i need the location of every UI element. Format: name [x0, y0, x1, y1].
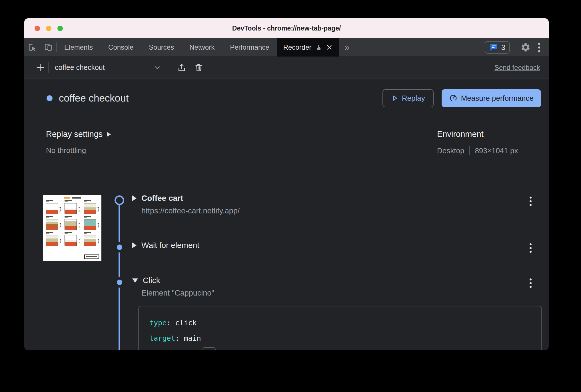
divider — [515, 43, 515, 52]
divider — [169, 62, 169, 73]
thumbnail-cup — [84, 216, 99, 230]
replay-settings-label: Replay settings — [46, 130, 103, 139]
inspect-cursor-icon — [28, 43, 37, 52]
upload-icon — [177, 63, 187, 72]
disclosure-right-icon — [132, 243, 137, 248]
kebab-dot — [538, 43, 540, 45]
thumbnail-cup — [46, 216, 61, 230]
divider — [469, 146, 470, 155]
step-detail-editor[interactable]: type: click target: main selectors: — [138, 306, 542, 350]
kebab-dot — [530, 247, 532, 249]
tab-network[interactable]: Network — [182, 38, 222, 56]
message-bubble-icon — [489, 43, 498, 52]
toggle-device-toolbar-button[interactable] — [40, 38, 56, 56]
thumbnail-total-button — [84, 254, 99, 259]
measure-performance-button[interactable]: Measure performance — [442, 89, 541, 107]
issues-messages-button[interactable]: 3 — [485, 41, 510, 54]
step-title: Click — [143, 276, 160, 285]
step-url: https://coffee-cart.netlify.app/ — [141, 207, 240, 215]
tab-sources[interactable]: Sources — [141, 38, 182, 56]
thumbnail-cup — [46, 232, 61, 246]
replay-button[interactable]: Replay — [382, 89, 434, 107]
step-title: Coffee cart — [141, 194, 183, 203]
tab-elements[interactable]: Elements — [57, 38, 101, 56]
code-value: click — [175, 319, 197, 327]
tab-recorder-active[interactable]: Recorder — [277, 38, 339, 56]
tab-performance[interactable]: Performance — [222, 38, 277, 56]
measure-performance-label: Measure performance — [461, 94, 534, 103]
recording-thumbnail — [43, 195, 101, 261]
step-element: Element "Cappucino" — [141, 289, 214, 298]
step-header[interactable]: Click — [132, 276, 214, 285]
timeline-step-dot[interactable] — [117, 245, 122, 250]
settings-section: Replay settings No throttling Environmen… — [24, 118, 549, 176]
environment-label: Environment — [437, 130, 518, 139]
export-recording-button[interactable] — [173, 63, 190, 72]
kebab-dot — [530, 286, 532, 288]
step-navigate: Coffee cart https://coffee-cart.netlify.… — [132, 194, 240, 215]
recording-select-value: coffee checkout — [55, 63, 105, 72]
thumbnail-cart-link — [72, 197, 81, 199]
inspect-element-button[interactable] — [24, 38, 40, 56]
step-menu-button[interactable] — [527, 276, 534, 290]
step-header[interactable]: Coffee cart — [132, 194, 240, 203]
step-header[interactable]: Wait for element — [132, 241, 199, 250]
send-feedback-link[interactable]: Send feedback — [494, 64, 540, 72]
disclosure-down-icon — [132, 278, 138, 283]
environment-viewport: 893×1041 px — [475, 146, 518, 155]
thumbnail-cup — [65, 232, 79, 246]
throttling-value: No throttling — [46, 146, 111, 155]
thumbnail-cup — [84, 200, 99, 214]
inspect-cursor-icon — [205, 350, 213, 350]
kebab-dot — [538, 50, 540, 52]
timeline-step-dot[interactable] — [117, 280, 122, 285]
more-tabs-button[interactable]: » — [339, 38, 355, 56]
kebab-dot — [530, 251, 532, 253]
code-row-type: type: click — [149, 315, 541, 330]
settings-button[interactable] — [520, 42, 531, 52]
title-bar: DevTools - chrome://new-tab-page/ — [24, 18, 549, 38]
divider — [48, 62, 49, 73]
code-key: selectors — [149, 349, 188, 351]
tab-console[interactable]: Console — [101, 38, 141, 56]
messages-count: 3 — [501, 43, 505, 52]
thumbnail-cup — [65, 216, 79, 230]
environment-block: Environment Desktop 893×1041 px — [437, 130, 518, 155]
environment-values: Desktop 893×1041 px — [437, 146, 518, 155]
kebab-dot — [530, 282, 532, 284]
kebab-dot — [530, 200, 532, 202]
devtools-menu-button[interactable] — [536, 41, 542, 54]
step-title: Wait for element — [141, 241, 199, 250]
recording-title: coffee checkout — [59, 92, 129, 104]
play-outline-icon — [391, 94, 398, 102]
timeline-current-step-ring[interactable] — [115, 195, 124, 205]
code-separator: : — [188, 349, 197, 351]
recording-status-dot — [47, 95, 53, 101]
disclosure-right-icon — [107, 132, 111, 137]
thumbnail-menu-link — [64, 197, 70, 199]
header-buttons: Replay Measure performance — [382, 89, 541, 107]
gear-icon — [520, 42, 531, 52]
disclosure-right-icon — [132, 195, 137, 201]
tab-recorder-label: Recorder — [283, 43, 312, 51]
steps-section: Coffee cart https://coffee-cart.netlify.… — [24, 176, 549, 350]
step-menu-button[interactable] — [527, 241, 534, 255]
recorder-toolbar: coffee checkout — [24, 56, 549, 78]
replay-settings-toggle[interactable]: Replay settings — [46, 130, 111, 139]
delete-recording-button[interactable] — [190, 63, 207, 72]
window-title: DevTools - chrome://new-tab-page/ — [24, 25, 549, 32]
experiment-flask-icon — [315, 44, 322, 51]
pick-selector-button[interactable] — [203, 347, 216, 350]
trash-icon — [194, 63, 204, 72]
kebab-dot — [538, 47, 540, 49]
step-menu-button[interactable] — [527, 194, 534, 208]
kebab-dot — [530, 204, 532, 206]
recording-select[interactable]: coffee checkout — [55, 63, 161, 72]
speedometer-icon — [449, 94, 458, 102]
close-recorder-tab-button[interactable] — [326, 44, 332, 50]
plus-icon — [35, 63, 45, 72]
thumbnail-cup — [46, 200, 61, 214]
add-recording-button[interactable] — [32, 63, 48, 72]
code-separator: : — [167, 319, 175, 327]
thumbnail-cup — [65, 200, 79, 214]
